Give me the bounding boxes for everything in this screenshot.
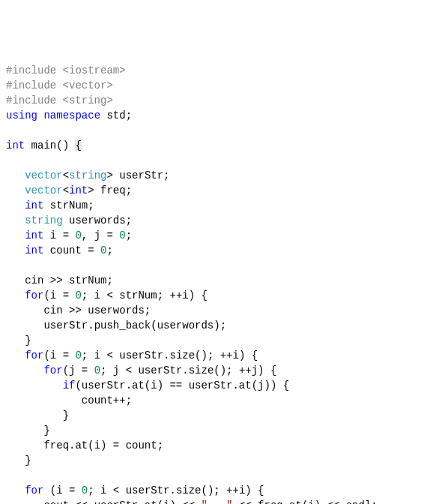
code-line: int i = 0, j = 0; — [6, 228, 424, 243]
code-token: #include <string> — [6, 94, 113, 106]
code-token: << freq.at(i) << endl; — [232, 500, 377, 504]
code-token: 0 — [75, 350, 81, 362]
code-line: vector<string> userStr; — [6, 168, 424, 183]
code-token: " - " — [201, 500, 232, 504]
code-line: } — [6, 408, 424, 423]
code-token: > userStr; — [106, 170, 169, 182]
code-token: int — [6, 140, 25, 152]
code-token: } — [25, 454, 31, 466]
code-line: freq.at(i) = count; — [6, 438, 424, 453]
code-token: 0 — [119, 230, 125, 242]
code-token: (i = — [43, 290, 75, 302]
code-token: 0 — [75, 230, 81, 242]
code-line: using namespace std; — [6, 108, 424, 123]
code-line: for (i = 0; i < userStr.size(); ++i) { — [6, 483, 424, 498]
code-token: using — [6, 110, 37, 122]
code-token: string — [69, 170, 106, 182]
code-line: #include <string> — [6, 93, 424, 108]
code-token: ; i < userStr.size(); ++i) { — [82, 350, 258, 362]
code-line: for(j = 0; j < userStr.size(); ++j) { — [6, 363, 424, 378]
code-token: 0 — [75, 290, 81, 302]
code-line: int main() { — [6, 138, 424, 153]
code-line: userStr.push_back(userwords); — [6, 318, 424, 333]
code-token: > freq; — [88, 184, 132, 196]
code-line: #include <vector> — [6, 78, 424, 93]
code-token: for — [25, 484, 43, 496]
code-line: int strNum; — [6, 198, 424, 213]
code-token: ; — [126, 230, 132, 242]
code-token: userwords; — [63, 214, 132, 226]
code-token: 0 — [82, 484, 88, 496]
code-line: cin >> userwords; — [6, 303, 424, 318]
code-token: string — [25, 214, 62, 226]
code-line: } — [6, 423, 424, 438]
code-token: < — [63, 170, 69, 182]
code-token: } — [25, 334, 31, 346]
code-token: } — [63, 410, 69, 422]
code-line: #include <iostream> — [6, 63, 424, 78]
code-token: ; i < strNum; ++i) { — [82, 290, 208, 302]
code-token: count++; — [82, 394, 132, 406]
code-token: int — [25, 244, 43, 256]
code-token: , j = — [82, 230, 119, 242]
code-token: main() — [25, 140, 75, 152]
code-line — [6, 153, 424, 168]
code-token: namespace — [43, 110, 100, 122]
code-token: cin >> strNum; — [25, 274, 113, 286]
code-line — [6, 468, 424, 483]
code-token: vector — [25, 170, 62, 182]
code-token: cin >> userwords; — [43, 304, 151, 316]
code-token: count = — [43, 244, 100, 256]
code-block: #include <iostream>#include <vector>#inc… — [6, 63, 424, 504]
code-token: if — [63, 380, 76, 392]
code-line — [6, 258, 424, 273]
code-token: for — [25, 290, 43, 302]
code-line: cout << userStr.at(i) << " - " << freq.a… — [6, 498, 424, 504]
code-token: strNum; — [43, 200, 94, 212]
code-token: (j = — [63, 364, 94, 376]
code-line: if(userStr.at(i) == userStr.at(j)) { — [6, 378, 424, 393]
code-line: string userwords; — [6, 213, 424, 228]
code-token: vector — [25, 184, 62, 196]
code-line: } — [6, 453, 424, 468]
code-line: for(i = 0; i < strNum; ++i) { — [6, 288, 424, 303]
code-line — [6, 123, 424, 138]
code-line: for(i = 0; i < userStr.size(); ++i) { — [6, 348, 424, 363]
code-token: (i = — [43, 350, 75, 362]
code-token: freq.at(i) = count; — [43, 440, 163, 452]
code-token: userStr.push_back(userwords); — [43, 320, 226, 332]
code-token: ; — [106, 244, 112, 256]
code-token: std; — [100, 110, 132, 122]
code-token: #include <vector> — [6, 80, 113, 92]
code-token: for — [43, 364, 62, 376]
code-line: cin >> strNum; — [6, 273, 424, 288]
code-token: cout << userStr.at(i) << — [43, 500, 201, 504]
code-token: (i = — [43, 484, 81, 496]
code-token: 0 — [94, 364, 100, 376]
code-token: } — [43, 424, 49, 436]
code-token: < — [63, 184, 69, 196]
code-token: for — [25, 350, 43, 362]
code-token: ; i < userStr.size(); ++i) { — [88, 484, 264, 496]
code-line: count++; — [6, 393, 424, 408]
code-line: int count = 0; — [6, 243, 424, 258]
code-token: (userStr.at(i) == userStr.at(j)) { — [75, 380, 289, 392]
code-token: int — [25, 200, 43, 212]
code-line: } — [6, 333, 424, 348]
code-token: ; j < userStr.size(); ++j) { — [100, 364, 276, 376]
code-token: #include <iostream> — [6, 64, 126, 76]
code-token: i = — [43, 230, 75, 242]
code-token: { — [75, 140, 81, 152]
code-token: int — [69, 184, 88, 196]
code-line: vector<int> freq; — [6, 183, 424, 198]
code-token: int — [25, 230, 43, 242]
